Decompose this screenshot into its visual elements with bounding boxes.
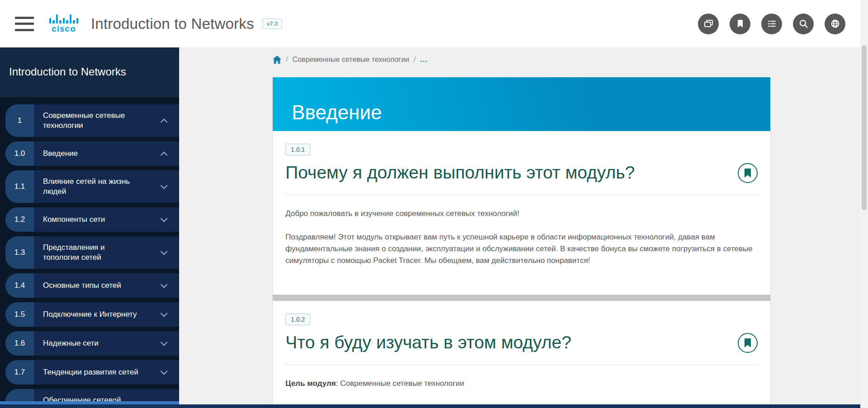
breadcrumb: / Современные сетевые технологии / ... (273, 56, 427, 64)
page: cisco Introduction to Networks v7.0 (0, 0, 868, 408)
section-divider (273, 295, 770, 301)
bottom-bar (0, 404, 860, 408)
topic-section-102: 1.0.2 Что я буду изучать в этом модуле? … (273, 301, 770, 404)
sidebar-item-1-5[interactable]: 1.5 Подключение к Интернету (5, 302, 179, 327)
header-icon-group (698, 14, 845, 34)
module-goal-text: : Современные сетевые технологии (336, 379, 465, 388)
module-number: 1.5 (5, 302, 34, 327)
heading-divider (285, 195, 758, 195)
banner-title: Введение (292, 101, 382, 124)
module-number: 1.6 (5, 331, 34, 356)
sidebar-item-1-4[interactable]: 1.4 Основные типы сетей (5, 273, 179, 298)
module-number: 1.4 (5, 273, 34, 298)
module-number: 1.7 (5, 360, 34, 385)
globe-icon[interactable] (825, 14, 845, 34)
sidebar-item-1-6[interactable]: 1.6 Надежные сети (5, 331, 179, 356)
sidebar-item-1-1[interactable]: 1.1 Влияние сетей на жизнь людей (5, 170, 179, 203)
paragraph: Поздравляем! Этот модуль открывает вам п… (285, 231, 758, 267)
breadcrumb-module-link[interactable]: Современные сетевые технологии (292, 56, 409, 64)
sidebar-header: Introduction to Networks (0, 47, 179, 97)
search-icon[interactable] (793, 14, 814, 34)
list-icon[interactable] (761, 14, 782, 34)
topic-number-badge: 1.0.2 (285, 314, 310, 325)
module-number: 1 (5, 104, 34, 137)
module-label: Надежные сети (34, 331, 142, 356)
chevron-icon[interactable] (161, 182, 168, 189)
topic-heading: Что я буду изучать в этом модуле? (285, 333, 571, 352)
topic-body: Добро пожаловать в изучение современных … (285, 208, 758, 267)
module-number: 1.1 (5, 170, 34, 203)
bookmark-topic-button[interactable] (738, 333, 758, 353)
chevron-wrap (142, 170, 179, 203)
course-nav-sidebar: Introduction to Networks 1 Современные с… (0, 47, 179, 404)
sidebar-item-1-2[interactable]: 1.2 Компоненты сети (5, 207, 179, 232)
chevron-wrap (142, 273, 179, 298)
bookmark-icon[interactable] (730, 14, 750, 34)
chevron-icon[interactable] (161, 310, 168, 317)
chevron-icon[interactable] (161, 118, 168, 126)
module-label: Влияние сетей на жизнь людей (34, 170, 142, 203)
heading-divider (285, 365, 758, 365)
module-label: Введение (34, 141, 142, 166)
module-label: Современные сетевые технологии (34, 104, 142, 137)
topic-heading: Почему я должен выполнить этот модуль? (285, 163, 635, 183)
chevron-wrap (142, 331, 179, 356)
cisco-logo-text: cisco (52, 24, 76, 34)
sidebar-course-title: Introduction to Networks (9, 66, 126, 78)
topic-body: Цель модуля: Современные сетевые техноло… (285, 378, 758, 389)
module-number: 1.0 (5, 141, 34, 166)
module-label: Основные типы сетей (34, 273, 142, 298)
chevron-wrap (142, 141, 179, 166)
module-number: 1.3 (5, 236, 34, 269)
module-label: Представления и топологии сетей (34, 236, 142, 269)
chevron-icon[interactable] (161, 338, 168, 346)
module-label: Подключение к Интернету (34, 302, 142, 327)
cisco-logo-bars-icon (49, 14, 79, 23)
lesson-card: Введение 1.0.1 Почему я должен выполнить… (273, 77, 770, 404)
chevron-wrap (142, 302, 179, 327)
module-list: 1 Современные сетевые технологии 1.0 Вве… (0, 97, 179, 404)
sidebar-item-1-0[interactable]: 1.0 Введение (5, 141, 179, 166)
breadcrumb-separator: / (286, 56, 288, 64)
chevron-icon[interactable] (161, 281, 168, 288)
chevron-wrap (142, 236, 179, 269)
chevron-wrap (142, 104, 179, 137)
cisco-logo: cisco (47, 14, 80, 34)
topic-section-101: 1.0.1 Почему я должен выполнить этот мод… (273, 131, 770, 295)
module-label: Тенденции развития сетей (34, 360, 142, 385)
breadcrumb-more-link[interactable]: ... (420, 56, 427, 64)
chevron-wrap (142, 360, 179, 385)
topic-number-badge: 1.0.1 (285, 144, 310, 155)
page-scrollbar-thumb[interactable] (862, 45, 867, 210)
bookmark-topic-button[interactable] (738, 163, 758, 183)
paragraph: Добро пожаловать в изучение современных … (285, 208, 758, 220)
content-area: / Современные сетевые технологии / ... В… (179, 47, 860, 404)
hamburger-menu-icon[interactable] (15, 17, 34, 31)
version-badge: v7.0 (262, 19, 283, 29)
module-goal-label: Цель модуля (285, 379, 336, 388)
home-icon[interactable] (273, 56, 281, 64)
sidebar-item-1-7[interactable]: 1.7 Тенденции развития сетей (5, 360, 179, 385)
module-number: 1.2 (5, 207, 34, 232)
chevron-wrap (142, 207, 179, 232)
sidebar-item-1[interactable]: 1 Современные сетевые технологии (5, 104, 179, 137)
sidebar-item-1-3[interactable]: 1.3 Представления и топологии сетей (5, 236, 179, 269)
module-goal: Цель модуля: Современные сетевые техноло… (285, 378, 758, 389)
section-banner: Введение (273, 77, 770, 131)
chevron-icon[interactable] (161, 215, 168, 222)
chevron-icon[interactable] (161, 367, 168, 375)
sidebar-horizontal-scrollbar[interactable] (0, 401, 179, 404)
course-title: Introduction to Networks (91, 15, 254, 33)
page-scrollbar[interactable] (860, 0, 868, 408)
breadcrumb-separator: / (414, 56, 416, 64)
app-header: cisco Introduction to Networks v7.0 (0, 0, 860, 47)
chevron-icon[interactable] (161, 151, 168, 159)
module-label: Компоненты сети (34, 207, 142, 232)
stacked-windows-icon[interactable] (698, 14, 719, 34)
chevron-icon[interactable] (161, 248, 168, 255)
